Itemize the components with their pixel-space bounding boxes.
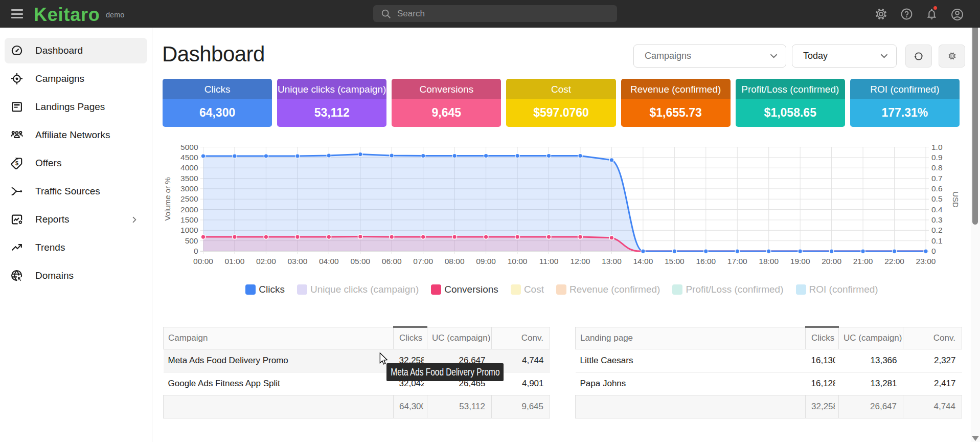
svg-text:1.0: 1.0 xyxy=(931,143,943,151)
svg-text:17:00: 17:00 xyxy=(727,257,747,266)
svg-text:09:00: 09:00 xyxy=(476,257,496,266)
svg-text:0.6: 0.6 xyxy=(931,184,943,193)
svg-text:0: 0 xyxy=(194,247,198,255)
svg-text:22:00: 22:00 xyxy=(884,257,904,266)
svg-text:00:00: 00:00 xyxy=(193,257,213,266)
svg-text:15:00: 15:00 xyxy=(665,257,685,266)
svg-text:07:00: 07:00 xyxy=(413,257,433,266)
svg-text:4000: 4000 xyxy=(180,163,198,172)
svg-text:18:00: 18:00 xyxy=(759,257,779,266)
svg-text:0.4: 0.4 xyxy=(931,205,943,214)
svg-text:02:00: 02:00 xyxy=(256,257,276,266)
svg-text:0.8: 0.8 xyxy=(931,163,943,172)
svg-text:23:00: 23:00 xyxy=(916,257,936,266)
svg-text:0.3: 0.3 xyxy=(931,215,943,224)
svg-text:USD: USD xyxy=(951,191,960,208)
svg-text:500: 500 xyxy=(185,236,198,245)
svg-text:0.1: 0.1 xyxy=(931,236,943,245)
svg-text:$: $ xyxy=(15,160,18,166)
svg-text:01:00: 01:00 xyxy=(225,257,245,266)
svg-text:08:00: 08:00 xyxy=(445,257,465,266)
svg-text:5000: 5000 xyxy=(180,143,198,151)
svg-text:14:00: 14:00 xyxy=(633,257,653,266)
svg-text:3000: 3000 xyxy=(180,184,198,193)
svg-text:21:00: 21:00 xyxy=(853,257,873,266)
svg-text:4500: 4500 xyxy=(180,153,198,162)
svg-text:Volume or %: Volume or % xyxy=(163,177,172,220)
svg-text:11:00: 11:00 xyxy=(539,257,559,266)
svg-text:16:00: 16:00 xyxy=(696,257,716,266)
svg-text:0.2: 0.2 xyxy=(931,226,943,234)
svg-text:3500: 3500 xyxy=(180,174,198,183)
svg-text:19:00: 19:00 xyxy=(790,257,810,266)
svg-text:04:00: 04:00 xyxy=(319,257,339,266)
svg-text:0.9: 0.9 xyxy=(931,153,943,162)
svg-text:0.7: 0.7 xyxy=(931,174,943,183)
svg-text:20:00: 20:00 xyxy=(822,257,841,266)
svg-text:03:00: 03:00 xyxy=(287,257,307,266)
svg-text:13:00: 13:00 xyxy=(602,257,622,266)
svg-text:12:00: 12:00 xyxy=(571,257,590,266)
svg-text:2000: 2000 xyxy=(180,205,198,214)
svg-text:0.5: 0.5 xyxy=(931,194,943,203)
svg-text:05:00: 05:00 xyxy=(350,257,370,266)
svg-text:06:00: 06:00 xyxy=(382,257,402,266)
svg-text:1000: 1000 xyxy=(180,226,198,234)
svg-text:10:00: 10:00 xyxy=(508,257,528,266)
svg-text:2500: 2500 xyxy=(180,194,198,203)
svg-text:0: 0 xyxy=(931,247,936,255)
svg-text:1500: 1500 xyxy=(180,215,198,224)
